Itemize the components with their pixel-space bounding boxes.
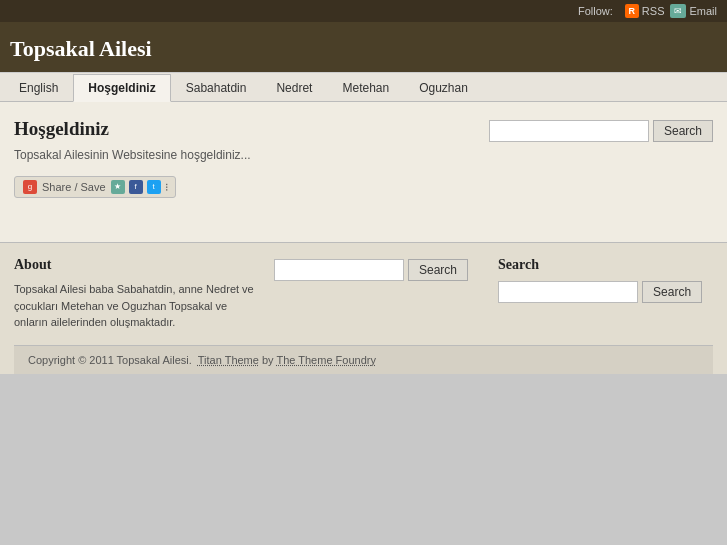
footer-search2: Search Search bbox=[498, 257, 713, 331]
bookmark-icon: ★ bbox=[111, 180, 125, 194]
share-bar[interactable]: g Share / Save ★ f t ⁝ bbox=[14, 176, 176, 198]
copyright-text: Copyright © 2011 Topsakal Ailesi. bbox=[28, 354, 192, 366]
footer-area: About Topsakal Ailesi baba Sabahatdin, a… bbox=[0, 243, 727, 374]
tab-english[interactable]: English bbox=[4, 74, 73, 102]
site-title: Topsakal Ailesi bbox=[10, 36, 152, 61]
tab-oguzhan[interactable]: Oguzhan bbox=[404, 74, 483, 102]
main-search-button[interactable]: Search bbox=[653, 120, 713, 142]
tab-metehan[interactable]: Metehan bbox=[327, 74, 404, 102]
foundry-link[interactable]: The Theme Foundry bbox=[276, 354, 375, 366]
email-label: Email bbox=[689, 5, 717, 17]
footer-about: About Topsakal Ailesi baba Sabahatdin, a… bbox=[14, 257, 274, 331]
main-search-input[interactable] bbox=[489, 120, 649, 142]
googleplus-icon: g bbox=[23, 180, 37, 194]
about-text: Topsakal Ailesi baba Sabahatdin, anne Ne… bbox=[14, 281, 254, 331]
about-heading: About bbox=[14, 257, 254, 273]
welcome-text: Topsakal Ailesinin Websitesine hoşgeldin… bbox=[14, 148, 469, 162]
footer-search1-row: Search bbox=[274, 259, 468, 281]
copyright-bar: Copyright © 2011 Topsakal Ailesi. Titan … bbox=[14, 345, 713, 374]
main-content: Hoşgeldiniz Topsakal Ailesinin Websitesi… bbox=[0, 102, 727, 242]
rss-follow-item[interactable]: R RSS bbox=[625, 4, 665, 18]
nav: English Hoşgeldiniz Sabahatdin Nedret Me… bbox=[0, 72, 727, 102]
tab-hosgeldiniz[interactable]: Hoşgeldiniz bbox=[73, 74, 170, 102]
tab-nedret[interactable]: Nedret bbox=[261, 74, 327, 102]
twitter-icon: t bbox=[147, 180, 161, 194]
footer-search1: Search bbox=[274, 257, 498, 331]
top-bar: Follow: R RSS ✉ Email bbox=[0, 0, 727, 22]
email-icon: ✉ bbox=[670, 4, 686, 18]
footer-search1-input[interactable] bbox=[274, 259, 404, 281]
rss-icon: R bbox=[625, 4, 639, 18]
facebook-icon: f bbox=[129, 180, 143, 194]
footer-search2-row: Search bbox=[498, 281, 713, 303]
tab-sabahatdin[interactable]: Sabahatdin bbox=[171, 74, 262, 102]
footer-search1-button[interactable]: Search bbox=[408, 259, 468, 281]
footer-columns: About Topsakal Ailesi baba Sabahatdin, a… bbox=[14, 257, 713, 331]
rss-label: RSS bbox=[642, 5, 665, 17]
theme-link[interactable]: Titan Theme bbox=[198, 354, 259, 366]
main-left: Hoşgeldiniz Topsakal Ailesinin Websitesi… bbox=[14, 118, 469, 198]
page-heading: Hoşgeldiniz bbox=[14, 118, 469, 140]
follow-label: Follow: bbox=[578, 5, 613, 17]
main-search-area: Search bbox=[489, 120, 713, 142]
search2-heading: Search bbox=[498, 257, 713, 273]
copyright-theme: Titan Theme by The Theme Foundry bbox=[195, 354, 376, 366]
share-more: ⁝ bbox=[165, 181, 169, 194]
email-follow-item[interactable]: ✉ Email bbox=[670, 4, 717, 18]
footer-search2-button[interactable]: Search bbox=[642, 281, 702, 303]
footer-search2-input[interactable] bbox=[498, 281, 638, 303]
header: Topsakal Ailesi bbox=[0, 22, 727, 72]
share-label: Share / Save bbox=[42, 181, 106, 193]
